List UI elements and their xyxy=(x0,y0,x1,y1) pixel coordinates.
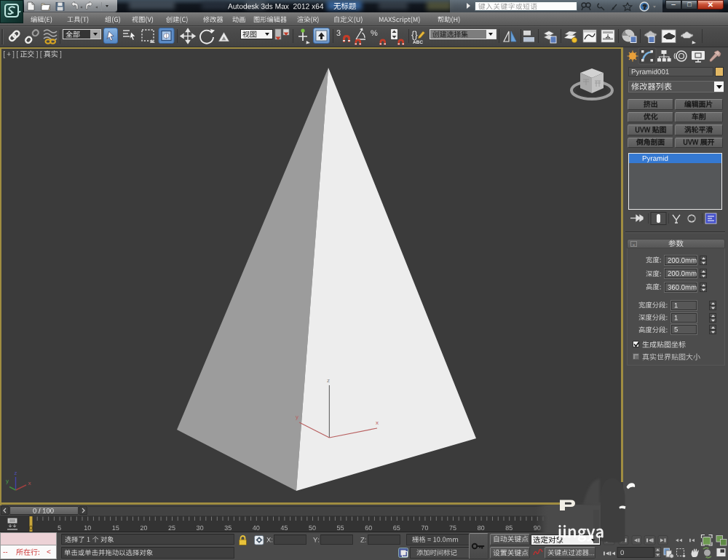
svg-text:y: y xyxy=(6,478,9,484)
svg-text:z: z xyxy=(15,470,17,476)
svg-text:x: x xyxy=(28,480,31,486)
svg-text:x: x xyxy=(376,419,379,426)
svg-text:z: z xyxy=(327,377,330,384)
svg-text:y: y xyxy=(296,414,298,420)
